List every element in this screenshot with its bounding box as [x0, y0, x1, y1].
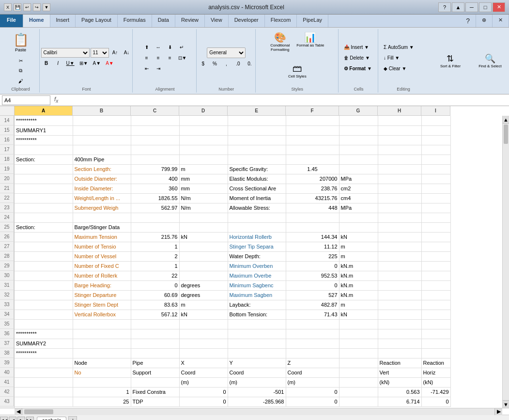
cell-19-I[interactable]	[421, 164, 450, 174]
cell-27-D[interactable]	[179, 242, 228, 251]
cell-16-B[interactable]	[73, 135, 131, 145]
cell-22-B[interactable]: Weight/Length in ...	[73, 193, 131, 203]
tab-page-layout[interactable]: Page Layout	[76, 15, 118, 27]
cell-23-G[interactable]: MPa	[339, 203, 378, 213]
scroll-up-btn[interactable]: ▲	[503, 116, 509, 124]
cell-17-I[interactable]	[421, 145, 450, 155]
cell-36-H[interactable]	[378, 329, 421, 339]
cell-33-I[interactable]	[421, 300, 450, 310]
cell-39-H[interactable]: Reaction	[378, 358, 421, 368]
col-header-H[interactable]: H	[378, 106, 421, 116]
ribbon-collapse-btn[interactable]: ▲	[452, 2, 464, 12]
quick-save-icon[interactable]: 💾	[14, 3, 21, 11]
cell-31-F[interactable]: 0	[286, 280, 339, 290]
scroll-thumb-v[interactable]	[504, 124, 508, 144]
cell-43-H[interactable]: 6.714	[378, 397, 421, 406]
cell-28-C[interactable]: 2	[131, 251, 179, 261]
cell-16-A[interactable]: **********	[15, 135, 73, 145]
italic-button[interactable]: I	[53, 59, 63, 68]
cell-14-A[interactable]: **********	[15, 116, 73, 125]
cell-14-E[interactable]	[228, 116, 286, 125]
maximize-btn[interactable]: □	[479, 2, 492, 12]
insert-button[interactable]: 📥 Insert ▼	[342, 43, 376, 52]
cell-21-G[interactable]: cm2	[339, 184, 378, 193]
cell-36-B[interactable]	[73, 329, 131, 339]
cell-38-B[interactable]	[73, 348, 131, 358]
cell-22-C[interactable]: 1826.55	[131, 193, 179, 203]
cell-26-C[interactable]: 215.76	[131, 232, 179, 242]
cell-32-E[interactable]: Maximum Sagben	[228, 290, 286, 300]
paste-button[interactable]: 📋 Paste	[9, 30, 32, 55]
cell-38-I[interactable]	[421, 348, 450, 358]
cell-24-D[interactable]	[179, 213, 228, 222]
cell-17-E[interactable]	[228, 145, 286, 155]
cell-29-C[interactable]: 1	[131, 261, 179, 271]
cell-31-H[interactable]	[378, 280, 421, 290]
minimize-btn[interactable]: ─	[465, 2, 478, 12]
cell-15-B[interactable]	[73, 125, 131, 135]
cell-27-A[interactable]	[15, 242, 73, 251]
cell-19-G[interactable]	[339, 164, 378, 174]
cell-41-B[interactable]	[73, 377, 131, 387]
decimal-decrease-btn[interactable]: 0.	[244, 59, 255, 69]
tab-close-ribbon[interactable]: ✕	[493, 15, 509, 27]
scroll-left-btn[interactable]: ◀	[15, 408, 22, 415]
cell-21-E[interactable]: Cross Sectional Are	[228, 184, 286, 193]
cell-35-G[interactable]	[339, 319, 378, 329]
cell-30-H[interactable]	[378, 271, 421, 280]
cell-37-G[interactable]	[339, 339, 378, 348]
cell-35-E[interactable]	[228, 319, 286, 329]
tab-review[interactable]: Review	[175, 15, 205, 27]
cell-28-G[interactable]: m	[339, 251, 378, 261]
undo-icon[interactable]: ↩	[23, 3, 31, 11]
cell-35-D[interactable]	[179, 319, 228, 329]
cell-31-I[interactable]	[421, 280, 450, 290]
cell-29-I[interactable]	[421, 261, 450, 271]
cell-36-G[interactable]	[339, 329, 378, 339]
cell-21-B[interactable]: Inside Diameter:	[73, 184, 131, 193]
decrease-font-btn[interactable]: A↓	[122, 48, 132, 58]
cell-16-E[interactable]	[228, 135, 286, 145]
align-bottom-btn[interactable]: ⬇	[165, 43, 175, 52]
align-middle-btn[interactable]: ↔	[153, 43, 164, 52]
cell-38-C[interactable]	[131, 348, 179, 358]
cell-38-A[interactable]: **********	[15, 348, 73, 358]
cell-32-G[interactable]: kN.m	[339, 290, 378, 300]
cell-35-I[interactable]	[421, 319, 450, 329]
cell-32-D[interactable]: degrees	[179, 290, 228, 300]
cell-34-F[interactable]: 71.43	[286, 310, 339, 319]
cell-18-E[interactable]	[228, 155, 286, 164]
cell-36-D[interactable]	[179, 329, 228, 339]
col-header-A[interactable]: A	[15, 106, 73, 116]
cell-15-F[interactable]	[286, 125, 339, 135]
grid-scroll-area[interactable]: **********SUMMARY1**********Section:400m…	[15, 116, 502, 408]
cell-43-G[interactable]	[339, 397, 378, 406]
cell-35-C[interactable]	[131, 319, 179, 329]
cell-18-D[interactable]	[179, 155, 228, 164]
cell-39-A[interactable]	[15, 358, 73, 368]
merge-btn[interactable]: ⊡▼	[176, 53, 189, 63]
cell-20-D[interactable]: mm	[179, 174, 228, 184]
cell-18-I[interactable]	[421, 155, 450, 164]
cell-18-H[interactable]	[378, 155, 421, 164]
cell-34-B[interactable]: Vertical Rollerbox	[73, 310, 131, 319]
cell-27-F[interactable]: 11.12	[286, 242, 339, 251]
cell-26-B[interactable]: Maximum Tension	[73, 232, 131, 242]
sheet-nav-next[interactable]: ▶	[17, 417, 25, 420]
increase-font-btn[interactable]: A↑	[110, 48, 121, 58]
cell-25-H[interactable]	[378, 222, 421, 232]
sheet-nav-last[interactable]: ▶▶	[26, 417, 34, 420]
cell-19-E[interactable]: Specific Gravity:	[228, 164, 286, 174]
cell-20-G[interactable]: MPa	[339, 174, 378, 184]
cell-39-F[interactable]: Z	[286, 358, 339, 368]
cell-25-D[interactable]	[179, 222, 228, 232]
cell-23-B[interactable]: Submerged Weigh	[73, 203, 131, 213]
col-header-B[interactable]: B	[73, 106, 131, 116]
cell-14-I[interactable]	[421, 116, 450, 125]
cell-26-A[interactable]	[15, 232, 73, 242]
cell-20-E[interactable]: Elastic Modulus:	[228, 174, 286, 184]
cell-16-H[interactable]	[378, 135, 421, 145]
cell-40-B[interactable]: No	[73, 368, 131, 377]
cut-button[interactable]: ✂	[15, 56, 26, 65]
cell-39-G[interactable]	[339, 358, 378, 368]
